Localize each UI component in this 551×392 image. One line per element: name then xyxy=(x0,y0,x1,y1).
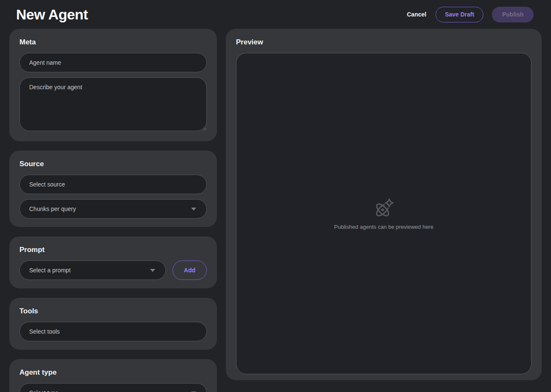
prompt-row: Select a prompt Add xyxy=(19,260,207,280)
prompt-card: Prompt Select a prompt Add xyxy=(9,236,217,288)
preview-heading: Preview xyxy=(236,38,532,47)
preview-empty-text: Published agents can be previewed here xyxy=(334,224,433,230)
chevron-down-icon xyxy=(191,208,196,211)
page-header: New Agent Cancel Save Draft Publish xyxy=(0,0,551,29)
agent-type-heading: Agent type xyxy=(19,368,207,377)
main-content: Meta Source Chunks per query Prompt Sele… xyxy=(0,29,551,380)
prompt-select-value: Select a prompt xyxy=(29,267,71,274)
chunks-per-query-value: Chunks per query xyxy=(29,206,76,212)
agent-type-card: Agent type Select type xyxy=(9,359,217,392)
save-draft-button[interactable]: Save Draft xyxy=(436,7,483,22)
preview-card: Preview Published a xyxy=(226,29,542,380)
select-tools-input[interactable] xyxy=(19,322,207,341)
publish-button[interactable]: Publish xyxy=(492,7,534,22)
preview-column: Preview Published a xyxy=(226,29,542,380)
prompt-heading: Prompt xyxy=(19,246,207,254)
header-actions: Cancel Save Draft Publish xyxy=(406,7,534,22)
meta-heading: Meta xyxy=(19,38,207,47)
agent-description-textarea[interactable] xyxy=(19,77,207,131)
agent-name-input[interactable] xyxy=(19,53,207,72)
atom-sparkle-icon xyxy=(373,197,395,219)
add-prompt-button[interactable]: Add xyxy=(173,260,207,280)
agent-type-select[interactable]: Select type xyxy=(19,383,207,392)
meta-card: Meta xyxy=(9,29,217,141)
source-card: Source Chunks per query xyxy=(9,151,217,227)
chunks-per-query-select[interactable]: Chunks per query xyxy=(19,199,207,219)
cancel-button[interactable]: Cancel xyxy=(406,8,427,21)
page-title: New Agent xyxy=(16,6,88,23)
preview-empty-state: Published agents can be previewed here xyxy=(236,53,532,374)
chevron-down-icon xyxy=(150,269,155,272)
agent-form-column: Meta Source Chunks per query Prompt Sele… xyxy=(9,29,217,380)
select-source-input[interactable] xyxy=(19,175,207,194)
prompt-select[interactable]: Select a prompt xyxy=(19,260,166,280)
tools-card: Tools xyxy=(9,298,217,350)
agent-type-value: Select type xyxy=(29,389,58,392)
tools-heading: Tools xyxy=(19,307,207,315)
source-heading: Source xyxy=(19,160,207,168)
